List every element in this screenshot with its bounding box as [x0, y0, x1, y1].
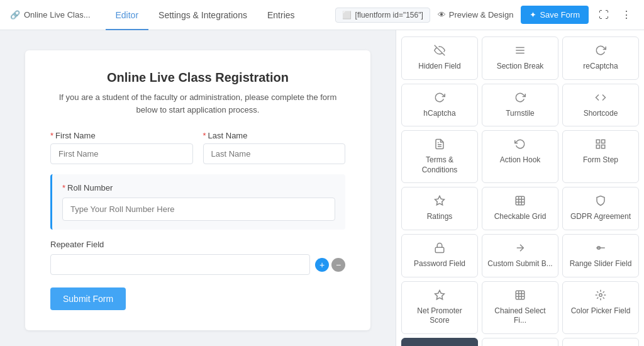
sidebar: Hidden FieldSection BreakreCaptchahCaptc… — [396, 30, 644, 346]
gdpr-agreement-icon — [595, 195, 606, 208]
more-options-button[interactable]: ⋮ — [619, 6, 634, 23]
svg-rect-5 — [602, 145, 605, 148]
hidden-field-icon — [434, 45, 445, 58]
field-item-action-hook[interactable]: Action Hook — [482, 130, 558, 183]
field-item-shortcode[interactable]: Shortcode — [562, 84, 639, 127]
field-item-hcaptcha[interactable]: hCaptcha — [401, 84, 478, 127]
expand-button[interactable]: ⛶ — [596, 7, 611, 23]
plus-icon: ✦ — [530, 10, 536, 20]
range-slider-label: Range Slider Field — [570, 259, 632, 269]
checkable-grid-icon — [514, 195, 526, 208]
svg-rect-6 — [596, 145, 599, 148]
repeater-input[interactable] — [50, 254, 310, 275]
form-description: If you are a student of the faculty or a… — [50, 91, 345, 116]
nav-tabs: Editor Settings & Integrations Entries — [106, 0, 305, 30]
form-editor: Online Live Class Registration If you ar… — [0, 30, 396, 346]
field-item-chained-select[interactable]: Chained Select Fi... — [482, 281, 558, 334]
field-item-form-step[interactable]: Form Step — [562, 130, 639, 183]
repeater-add-button[interactable]: + — [315, 258, 329, 272]
chained-select-label: Chained Select Fi... — [487, 306, 553, 326]
shortcode-icon: ⬜ — [342, 11, 352, 20]
recaptcha-icon — [595, 45, 606, 58]
field-item-section-break[interactable]: Section Break — [482, 36, 558, 80]
name-row: * First Name * Last Name — [50, 131, 345, 164]
field-item-gdpr-agreement[interactable]: GDPR Agreement — [562, 187, 639, 230]
form-step-icon — [595, 138, 606, 152]
section-break-label: Section Break — [497, 62, 544, 72]
terms-conditions-icon — [434, 138, 445, 152]
required-star-2: * — [203, 131, 206, 140]
roll-number-section: * Roll Number — [50, 174, 345, 230]
svg-rect-14 — [516, 291, 525, 299]
save-button[interactable]: ✦ Save Form — [521, 6, 589, 24]
shortcode-icon — [595, 92, 606, 105]
first-name-group: * First Name — [50, 131, 193, 164]
terms-conditions-label: Terms & Conditions — [407, 155, 472, 175]
turnstile-icon — [514, 92, 526, 105]
repeater-remove-button[interactable]: − — [331, 258, 345, 272]
brand-icon: 🔗 — [10, 10, 20, 20]
tab-settings[interactable]: Settings & Integrations — [148, 1, 257, 30]
section-break-icon — [514, 45, 526, 58]
top-nav: 🔗 Online Live Clas... Editor Settings & … — [0, 0, 644, 30]
submit-button[interactable]: Submit Form — [50, 287, 126, 310]
form-container: Online Live Class Registration If you ar… — [25, 50, 370, 330]
last-name-input[interactable] — [203, 143, 346, 164]
svg-point-15 — [599, 293, 602, 296]
svg-rect-8 — [516, 197, 525, 206]
repeater-controls: + − — [315, 258, 345, 272]
roll-number-input[interactable] — [62, 198, 335, 221]
field-item-rich-text[interactable]: Rich Text Input — [562, 338, 639, 346]
net-promoter-icon — [434, 289, 445, 303]
roll-number-label: * Roll Number — [62, 183, 335, 193]
repeater-row: + − — [50, 254, 345, 275]
eye-icon: 👁 — [438, 10, 446, 20]
first-name-label: * First Name — [50, 131, 193, 140]
range-slider-icon — [595, 242, 606, 255]
tab-entries[interactable]: Entries — [257, 1, 305, 30]
svg-marker-7 — [435, 196, 445, 205]
required-star-3: * — [62, 183, 65, 193]
action-hook-icon — [514, 138, 526, 152]
svg-rect-4 — [602, 140, 605, 143]
field-item-post-cpt[interactable]: Post/CPT Selection — [482, 338, 558, 346]
color-picker-icon — [595, 289, 606, 303]
hidden-field-label: Hidden Field — [418, 62, 460, 72]
preview-button[interactable]: 👁 Preview & Design — [438, 10, 514, 20]
recaptcha-label: reCaptcha — [583, 62, 618, 72]
field-item-repeat-field[interactable]: Repeat Field — [401, 338, 478, 346]
field-item-recaptcha[interactable]: reCaptcha — [562, 36, 639, 80]
shortcode-label: Shortcode — [584, 109, 618, 119]
last-name-group: * Last Name — [203, 131, 346, 164]
first-name-input[interactable] — [50, 143, 193, 164]
field-item-password-field[interactable]: Password Field — [401, 234, 478, 277]
field-item-range-slider[interactable]: Range Slider Field — [562, 234, 639, 277]
field-item-turnstile[interactable]: Turnstile — [482, 84, 558, 127]
shortcode-text: [fluentform id="156"] — [355, 11, 423, 20]
last-name-label: * Last Name — [203, 131, 346, 140]
hcaptcha-label: hCaptcha — [423, 109, 455, 119]
custom-submit-label: Custom Submit B... — [487, 259, 552, 269]
brand: 🔗 Online Live Clas... — [10, 10, 91, 20]
field-item-checkable-grid[interactable]: Checkable Grid — [482, 187, 558, 230]
net-promoter-label: Net Promoter Score — [407, 306, 472, 326]
field-item-terms-conditions[interactable]: Terms & Conditions — [401, 130, 478, 183]
save-label: Save Form — [540, 10, 580, 20]
brand-label: Online Live Clas... — [24, 10, 91, 20]
field-item-net-promoter[interactable]: Net Promoter Score — [401, 281, 478, 334]
color-picker-label: Color Picker Field — [571, 306, 631, 316]
hcaptcha-icon — [434, 92, 445, 105]
turnstile-label: Turnstile — [506, 109, 535, 119]
password-field-icon — [434, 242, 445, 255]
field-item-color-picker[interactable]: Color Picker Field — [562, 281, 639, 334]
tab-editor[interactable]: Editor — [106, 1, 149, 30]
field-item-hidden-field[interactable]: Hidden Field — [401, 36, 478, 80]
repeater-section: Repeater Field + − — [50, 240, 345, 275]
field-item-custom-submit[interactable]: Custom Submit B... — [482, 234, 558, 277]
action-hook-label: Action Hook — [500, 155, 541, 165]
chained-select-icon — [514, 289, 526, 303]
shortcode-badge[interactable]: ⬜ [fluentform id="156"] — [335, 8, 430, 23]
form-title: Online Live Class Registration — [50, 70, 345, 85]
field-item-ratings[interactable]: Ratings — [401, 187, 478, 230]
checkable-grid-label: Checkable Grid — [494, 212, 547, 222]
